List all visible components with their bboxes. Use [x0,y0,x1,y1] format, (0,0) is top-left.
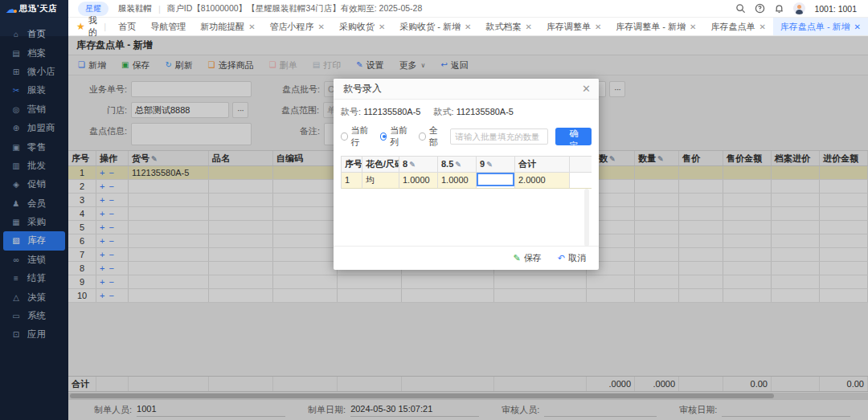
tab-10[interactable]: 库存盘点单✕ [703,18,772,35]
size-qty-cell: 均 [362,173,399,188]
style-value: 112135580A-5 [457,107,514,116]
radio-当前列[interactable]: 当前列 [380,124,412,149]
save-icon: ✎ [514,253,521,263]
tab-label: 库存盘点单 [710,21,755,33]
help-icon[interactable] [755,3,765,14]
cloud-logo-icon: ☁ [6,4,16,14]
size-qty-table: 序号花色/尺码8✎8.5✎9✎合计 1均1.00001.00002.0000 [341,156,592,189]
edit-pencil-icon: ✎ [409,161,416,169]
filler-cell [570,173,592,188]
tab-label: 库存调整单 - 新增 [616,21,686,33]
tab-2[interactable]: 导航管理 [143,18,193,35]
favorite-label[interactable]: 我的 [88,14,98,39]
top-header: 星耀 服装鞋帽 | 商户ID【81000000】【星耀服装鞋帽34门店】有效期至… [68,0,868,18]
dialog-title: 款号录入 [343,82,382,96]
radio-label: 当前行 [351,124,373,149]
tab-label: 导航管理 [150,21,186,33]
tab-3[interactable]: 新功能提醒✕ [193,18,262,35]
search-icon[interactable] [735,3,746,14]
radio-dot-icon [419,133,425,141]
size-column-header: 8✎ [399,157,438,172]
size-column-header: 8.5✎ [438,157,477,172]
vertical-scrollbar[interactable] [584,189,589,247]
tab-4[interactable]: 管店小程序✕ [263,18,332,35]
tab-label: 采购收货 - 新增 [399,21,461,33]
radio-label: 当前列 [390,124,411,149]
size-header-label: 8 [403,159,407,169]
edit-pencil-icon: ✎ [455,161,461,169]
edition-badge: 星耀 [78,2,108,16]
size-header-label: 序号 [345,159,362,169]
size-qty-cell: 1.0000 [438,173,477,188]
item-no-value: 112135580A-5 [363,107,420,116]
size-qty-cell: 2.0000 [515,173,570,188]
undo-icon: ↶ [558,253,565,263]
tab-label: 首页 [118,21,136,33]
app-window: ☁ 思迅'天店 星耀 服装鞋帽 | 商户ID【81000000】【星耀服装鞋帽3… [0,0,868,420]
filler-cell [570,157,592,172]
style-label: 款式: [434,107,454,116]
tab-close-icon[interactable]: ✕ [759,22,765,31]
merchant-info: 商户ID【81000000】【星耀服装鞋帽34门店】有效期至: 2025-05-… [167,3,422,14]
tab-close-icon[interactable]: ✕ [854,22,861,31]
tab-label: 库存调整单 [547,21,591,33]
size-column-header: 9✎ [477,157,515,172]
tab-1[interactable]: 首页 [111,18,143,35]
tab-5[interactable]: 采购收货✕ [332,18,392,35]
industry-label: 服装鞋帽 [118,3,152,14]
dialog-cancel-button[interactable]: ↶ 取消 [558,252,586,264]
size-header-label: 8.5 [441,159,453,169]
style-entry-dialog: 款号录入 ✕ 款号: 112135580A-5 款式: 112135580A-5… [334,79,599,270]
tab-label: 款式档案 [485,21,521,33]
tab-close-icon[interactable]: ✕ [525,22,531,31]
size-column-header: 花色/尺码 [362,157,399,172]
edit-pencil-icon: ✎ [486,161,493,169]
size-header-label: 花色/尺码 [366,159,399,169]
logo-text: 思迅'天店 [19,3,57,14]
tab-close-icon[interactable]: ✕ [690,22,696,31]
size-qty-row[interactable]: 1均1.00001.00002.0000 [342,173,592,189]
favorite-star-icon[interactable]: ★ [76,21,85,32]
user-id: 1001: 1001 [814,4,857,14]
close-icon[interactable]: ✕ [582,83,591,95]
size-header-label: 9 [480,159,485,169]
radio-dot-icon [380,133,387,141]
tab-label: 新功能提醒 [200,21,244,33]
dialog-save-button[interactable]: ✎ 保存 [514,252,542,264]
tab-label: 采购收货 [339,21,375,33]
user-avatar[interactable] [793,2,805,14]
tab-bar: ★ 我的 | 首页导航管理新功能提醒✕管店小程序✕采购收货✕采购收货 - 新增✕… [68,18,868,36]
tab-label: 库存盘点单 - 新增 [780,21,850,33]
size-qty-cell: 1.0000 [399,173,438,188]
size-column-header: 序号 [342,157,362,172]
tab-7[interactable]: 款式档案✕ [478,18,538,35]
tab-close-icon[interactable]: ✕ [465,22,471,31]
size-qty-cell [477,173,515,188]
bulk-qty-input[interactable] [450,128,548,145]
tab-6[interactable]: 采购收货 - 新增✕ [392,18,478,35]
confirm-button[interactable]: 确定 [555,128,592,145]
tab-close-icon[interactable]: ✕ [318,22,325,31]
radio-全部[interactable]: 全部 [419,124,443,149]
divider: | [158,4,161,14]
tab-close-icon[interactable]: ✕ [248,22,255,31]
radio-label: 全部 [429,124,444,149]
qty-cell-input[interactable] [477,173,514,186]
tab-9[interactable]: 库存调整单 - 新增✕ [608,18,703,35]
tab-close-icon[interactable]: ✕ [379,22,385,31]
size-header-label: 合计 [518,159,536,169]
size-column-header: 合计 [515,157,570,172]
item-no-label: 款号: [341,107,361,116]
tab-close-icon[interactable]: ✕ [595,22,601,31]
bell-icon[interactable] [774,3,784,14]
divider: | [104,22,106,31]
app-logo: ☁ 思迅'天店 [0,0,68,18]
radio-dot-icon [341,133,348,141]
tab-label: 管店小程序 [270,21,314,33]
size-qty-cell: 1 [342,173,362,188]
tab-11[interactable]: 库存盘点单 - 新增✕ [773,18,868,35]
radio-当前行[interactable]: 当前行 [341,124,373,149]
tab-8[interactable]: 库存调整单✕ [539,18,608,35]
